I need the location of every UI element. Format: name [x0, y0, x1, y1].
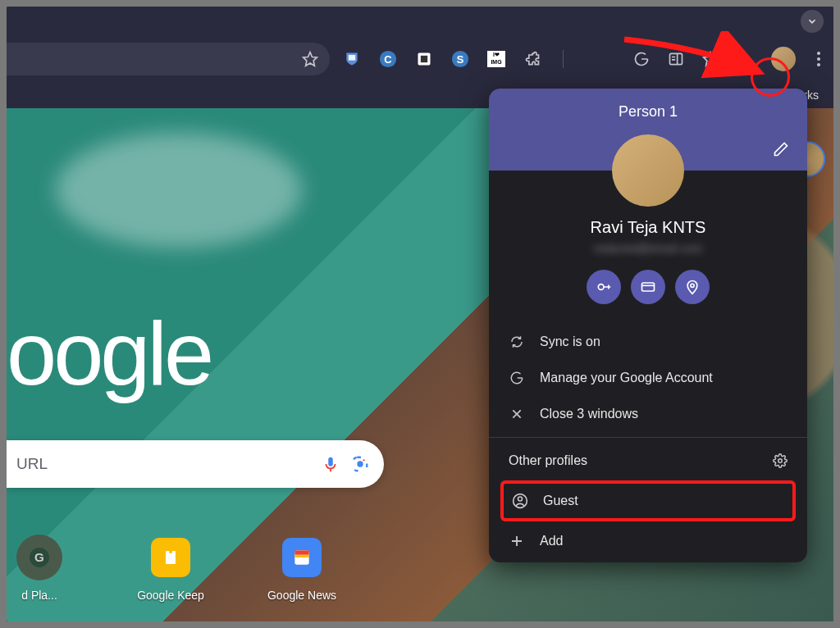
screenshot-frame: C S I❤IMG narks	[0, 0, 840, 628]
guest-profile-menu-item[interactable]: Guest	[504, 484, 792, 518]
profile-menu-panel: Person 1 Ravi Teja KNTS redacted@email.c…	[489, 89, 807, 562]
svg-text:C: C	[384, 53, 391, 66]
svg-rect-8	[670, 53, 682, 64]
bookmark-star-icon[interactable]	[702, 51, 719, 67]
shortcut-tile-icon	[148, 535, 194, 580]
svg-rect-22	[294, 555, 308, 557]
pin-icon	[684, 279, 701, 295]
svg-rect-1	[349, 55, 355, 61]
svg-point-23	[598, 284, 604, 290]
manage-account-menu-item[interactable]: Manage your Google Account	[489, 360, 807, 396]
sync-label: Sync is on	[540, 334, 600, 349]
shortcut-item[interactable]: Google Keep	[138, 535, 203, 602]
payment-methods-button[interactable]	[631, 270, 665, 304]
reader-icon[interactable]	[415, 50, 433, 68]
lens-search-icon[interactable]	[351, 455, 369, 473]
svg-text:G: G	[34, 550, 44, 564]
guest-profile-highlight: Guest	[500, 480, 796, 521]
shortcut-tile-icon: G	[16, 535, 62, 580]
toolbar-right-icons	[633, 47, 824, 71]
shortcut-item[interactable]: Google News	[269, 535, 335, 602]
profile-user-email: redacted@email.com	[489, 242, 807, 255]
profile-panel-title: Person 1	[489, 89, 807, 134]
s-circle-icon[interactable]: S	[451, 50, 469, 68]
shortcut-item[interactable]: G d Pla...	[7, 535, 72, 602]
toolbar-separator	[563, 50, 564, 68]
google-logo: oogle	[7, 301, 211, 405]
svg-point-14	[357, 461, 363, 466]
menu-divider	[489, 437, 807, 438]
svg-text:S: S	[457, 53, 464, 66]
sync-menu-item[interactable]: Sync is on	[489, 324, 807, 360]
profile-title-text: Person 1	[619, 103, 678, 121]
google-g-icon[interactable]	[633, 51, 650, 67]
profile-avatar-button[interactable]	[771, 47, 796, 71]
extensions-puzzle-icon[interactable]	[523, 50, 541, 68]
svg-point-15	[363, 459, 364, 461]
manage-account-label: Manage your Google Account	[540, 371, 713, 385]
browser-window: C S I❤IMG narks	[7, 7, 833, 621]
extension-icons: C S I❤IMG	[343, 50, 567, 68]
pencil-icon	[773, 141, 789, 157]
passwords-button[interactable]	[587, 270, 621, 304]
sync-icon	[509, 334, 525, 349]
svg-point-29	[778, 459, 783, 463]
close-windows-menu-item[interactable]: Close 3 windows	[489, 396, 807, 432]
add-profile-menu-item[interactable]: Add	[489, 523, 807, 559]
svg-point-26	[691, 284, 694, 287]
add-profile-label: Add	[540, 534, 563, 548]
gear-icon	[773, 453, 788, 468]
card-icon	[640, 279, 656, 295]
voice-search-icon[interactable]	[322, 455, 340, 473]
svg-point-31	[518, 497, 523, 501]
svg-rect-21	[294, 550, 308, 554]
svg-marker-0	[304, 52, 317, 66]
other-profiles-header: Other profiles	[489, 443, 807, 479]
other-profiles-label: Other profiles	[509, 453, 587, 468]
wallpaper-cloud	[56, 133, 302, 248]
google-g-icon	[509, 371, 525, 385]
guest-icon	[512, 493, 528, 509]
profile-menu-list: Sync is on Manage your Google Account Cl…	[489, 321, 807, 562]
shortcut-tile-icon	[279, 535, 325, 580]
plus-icon	[509, 534, 525, 548]
profile-avatar-large	[612, 134, 684, 207]
search-box[interactable]: URL	[7, 440, 384, 488]
svg-marker-12	[704, 52, 718, 66]
profiles-settings-button[interactable]	[773, 453, 788, 468]
star-icon[interactable]	[302, 51, 318, 67]
chrome-menu-button[interactable]	[814, 52, 824, 66]
browser-toolbar: C S I❤IMG	[7, 36, 833, 82]
shortcut-label: d Pla...	[21, 589, 57, 602]
shortcut-label: Google News	[267, 589, 336, 602]
img-love-icon[interactable]: I❤IMG	[487, 50, 505, 68]
window-titlebar	[7, 7, 833, 36]
key-icon	[596, 279, 612, 295]
close-windows-label: Close 3 windows	[540, 407, 638, 421]
tabs-dropdown-button[interactable]	[801, 10, 824, 33]
svg-rect-24	[642, 283, 655, 291]
profile-user-name: Ravi Teja KNTS	[489, 218, 807, 237]
profile-quick-actions	[489, 270, 807, 304]
side-panel-icon[interactable]	[668, 51, 684, 67]
close-icon	[509, 407, 525, 421]
svg-rect-5	[421, 56, 427, 62]
edit-profile-button[interactable]	[773, 141, 789, 157]
bitwarden-icon[interactable]	[343, 50, 361, 68]
chevron-down-icon	[806, 16, 818, 27]
addresses-button[interactable]	[675, 270, 710, 304]
svg-point-19	[169, 550, 172, 553]
shortcuts-row: G d Pla... Google Keep Google News	[7, 535, 335, 602]
shortcut-label: Google Keep	[137, 589, 204, 602]
c-circle-icon[interactable]: C	[379, 50, 397, 68]
guest-label: Guest	[543, 494, 578, 508]
search-placeholder: URL	[16, 455, 322, 473]
address-bar[interactable]	[7, 43, 330, 75]
download-icon[interactable]	[737, 51, 753, 67]
